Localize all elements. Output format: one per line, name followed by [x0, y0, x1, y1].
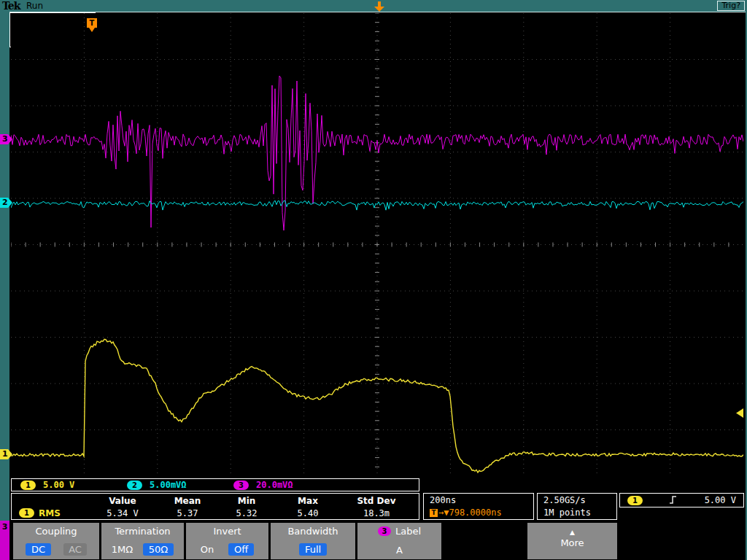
menu-bandwidth-button[interactable]: Bandwidth Full [271, 523, 355, 559]
meas-col-stddev: Std Dev [340, 496, 413, 506]
menu-coupling-button[interactable]: Coupling DC AC [13, 523, 99, 559]
trigger-position-marker-icon[interactable] [374, 1, 385, 11]
meas-col-value: Value [88, 496, 158, 506]
ch2-badge: 2 [127, 481, 142, 490]
trigger-position-readout: T →▼798.0000ns [430, 507, 533, 519]
trigger-source-badge: 1 [627, 496, 643, 505]
trigger-flag-pointer-icon [89, 28, 95, 32]
label-value[interactable]: A [396, 545, 403, 556]
label-ch-badge: 3 [378, 526, 391, 536]
menu-label-button[interactable]: 3 Label A [357, 523, 441, 559]
bandwidth-full-option[interactable]: Full [299, 543, 327, 556]
ch1-scale[interactable]: 1 5.00 V [20, 480, 127, 490]
timebase-scale: 200ns [430, 494, 533, 507]
meas-value: 5.34 V [88, 508, 158, 518]
measurement-table: Value Mean Min Max Std Dev 1 RMS 5.34 V … [11, 493, 419, 520]
meas-name: RMS [39, 508, 61, 518]
meas-stddev: 18.3m [340, 508, 413, 518]
sample-rate: 2.50GS/s [543, 494, 616, 507]
meas-ch-badge: 1 [19, 508, 34, 518]
waveform-svg [11, 13, 743, 476]
meas-mean: 5.37 [158, 508, 217, 518]
trigger-readout: 1 5.00 V [619, 493, 744, 508]
scope-screen: T 1 5.00 V 2 5.00mVΩ 3 20.0mVΩ Value Mea… [9, 12, 746, 560]
trigger-t-mini-icon: T [430, 509, 438, 517]
coupling-ac-option[interactable]: AC [63, 543, 87, 556]
termination-1mohm-option[interactable]: 1MΩ [112, 544, 133, 555]
ch2-scale-value: 5.00mVΩ [150, 480, 187, 490]
trigger-t-icon: T [87, 18, 97, 28]
meas-max: 5.40 [276, 508, 340, 518]
invert-on-option[interactable]: On [201, 544, 214, 555]
rising-edge-icon [669, 494, 678, 508]
termination-50ohm-option[interactable]: 50Ω [143, 543, 174, 556]
ch1-badge: 1 [20, 481, 36, 490]
trigger-level: 5.00 V [705, 495, 736, 505]
meas-col-max: Max [276, 496, 340, 506]
meas-col-min: Min [217, 496, 276, 506]
acquisition-readout: 2.50GS/s 1M points [537, 493, 617, 520]
trigger-status-badge: Trig? [717, 1, 745, 11]
menu-invert-button[interactable]: Invert On Off [186, 523, 268, 559]
record-length: 1M points [543, 507, 616, 519]
coupling-dc-option[interactable]: DC [26, 543, 51, 556]
more-title: More [527, 536, 617, 548]
tek-logo: Tek [2, 0, 20, 12]
ch3-scale-value: 20.0mVΩ [256, 480, 293, 490]
active-menu-channel-strip: 3 [0, 521, 9, 560]
waveform-display: T [11, 13, 743, 476]
trigger-point-flag[interactable]: T [87, 18, 97, 32]
chevron-up-icon: ▲ [527, 523, 617, 536]
oscilloscope-ui: { "header": { "logo": "Tek", "status": "… [0, 0, 747, 560]
acquisition-status: Run [26, 1, 43, 11]
menu-more-button[interactable]: ▲ More [527, 523, 617, 559]
ch1-scale-value: 5.00 V [43, 480, 74, 490]
timebase-readout: 200ns T →▼798.0000ns [423, 493, 534, 520]
invert-off-option[interactable]: Off [228, 543, 254, 556]
trigger-position-value: →▼798.0000ns [438, 507, 502, 519]
invert-title: Invert [186, 523, 268, 537]
ch2-scale[interactable]: 2 5.00mVΩ [127, 480, 233, 490]
meas-row-label: 1 RMS [12, 508, 88, 518]
coupling-title: Coupling [13, 523, 99, 537]
right-reference-arrow-icon [736, 407, 743, 421]
menu-termination-button[interactable]: Termination 1MΩ 50Ω [101, 523, 184, 559]
top-status-bar: Tek Run Trig? [0, 0, 747, 12]
meas-min: 5.32 [217, 508, 276, 518]
meas-col-mean: Mean [158, 496, 217, 506]
bandwidth-title: Bandwidth [271, 523, 355, 537]
ch3-scale[interactable]: 3 20.0mVΩ [233, 480, 340, 490]
channel-scales-readout: 1 5.00 V 2 5.00mVΩ 3 20.0mVΩ [11, 478, 419, 491]
ch3-badge: 3 [233, 481, 249, 490]
label-title: Label [395, 526, 421, 537]
termination-title: Termination [101, 523, 184, 537]
